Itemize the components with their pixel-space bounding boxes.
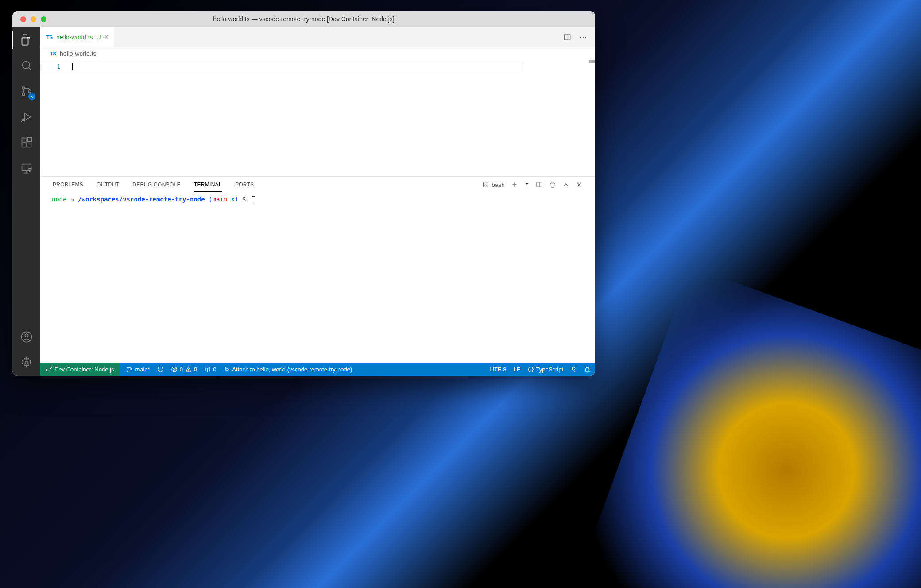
svg-rect-15 xyxy=(564,35,570,40)
svg-rect-8 xyxy=(27,143,31,147)
status-feedback-icon[interactable] xyxy=(570,366,577,373)
status-bar: Dev Container: Node.js main* 0 0 xyxy=(40,363,595,376)
status-encoding[interactable]: UTF-8 xyxy=(490,366,507,373)
svg-point-2 xyxy=(22,87,25,89)
error-icon xyxy=(171,366,178,373)
svg-rect-9 xyxy=(27,137,31,141)
tab-git-status: U xyxy=(97,34,101,41)
shell-icon xyxy=(482,181,489,188)
editor-group: TS hello-world.ts U × xyxy=(40,27,595,376)
more-actions-icon[interactable] xyxy=(579,33,587,41)
svg-point-14 xyxy=(25,361,28,364)
search-icon[interactable] xyxy=(20,59,33,72)
status-problems[interactable]: 0 0 xyxy=(171,366,197,373)
window-controls xyxy=(20,16,46,22)
terminal-content[interactable]: node → /workspaces/vscode-remote-try-nod… xyxy=(40,193,595,363)
svg-point-34 xyxy=(188,371,189,371)
svg-point-18 xyxy=(583,37,584,38)
prompt-symbol: $ xyxy=(242,196,246,203)
svg-point-4 xyxy=(28,90,31,93)
source-control-icon[interactable]: 5 xyxy=(20,85,33,97)
scm-badge: 5 xyxy=(28,93,35,100)
svg-point-36 xyxy=(572,367,575,370)
svg-rect-10 xyxy=(22,164,31,171)
panel-tabs: PROBLEMS OUTPUT DEBUG CONSOLE TERMINAL P… xyxy=(40,177,595,193)
new-terminal-icon[interactable] xyxy=(511,181,518,188)
svg-point-3 xyxy=(22,93,25,96)
prompt-arrow: → xyxy=(70,196,74,203)
status-sync[interactable] xyxy=(157,366,164,373)
svg-point-5 xyxy=(22,119,24,121)
window-minimize-button[interactable] xyxy=(31,16,36,22)
warning-icon xyxy=(185,366,192,373)
bottom-panel: PROBLEMS OUTPUT DEBUG CONSOLE TERMINAL P… xyxy=(40,176,595,363)
prompt-user: node xyxy=(52,196,67,203)
tab-problems[interactable]: PROBLEMS xyxy=(53,178,83,191)
svg-rect-7 xyxy=(22,143,26,147)
terminal-shell-label[interactable]: bash xyxy=(482,181,505,188)
prompt-path: /workspaces/vscode-remote-try-node xyxy=(78,196,205,203)
text-cursor xyxy=(72,63,73,70)
settings-gear-icon[interactable] xyxy=(20,356,33,369)
file-type-icon: TS xyxy=(50,51,56,56)
prompt-branch: main xyxy=(212,196,227,203)
svg-point-27 xyxy=(128,367,129,368)
vscode-window: hello-world.ts — vscode-remote-try-node … xyxy=(12,11,595,376)
prompt-dirty: ✗ xyxy=(231,196,235,203)
window-titlebar: hello-world.ts — vscode-remote-try-node … xyxy=(12,11,595,27)
svg-point-35 xyxy=(207,368,208,369)
tab-debug-console[interactable]: DEBUG CONSOLE xyxy=(132,178,181,191)
window-title: hello-world.ts — vscode-remote-try-node … xyxy=(12,15,595,23)
tab-bar: TS hello-world.ts U × xyxy=(40,27,595,47)
svg-rect-6 xyxy=(22,138,26,142)
run-debug-icon[interactable] xyxy=(20,111,33,123)
tab-output[interactable]: OUTPUT xyxy=(97,178,119,191)
status-remote[interactable]: Dev Container: Node.js xyxy=(40,363,119,376)
status-eol[interactable]: LF xyxy=(513,366,520,373)
braces-icon xyxy=(527,366,534,373)
code-area[interactable] xyxy=(70,60,595,176)
breadcrumb-filename: hello-world.ts xyxy=(60,50,96,57)
desktop-background: hello-world.ts — vscode-remote-try-node … xyxy=(0,0,921,588)
svg-point-13 xyxy=(25,334,28,337)
window-zoom-button[interactable] xyxy=(41,16,46,22)
file-type-icon: TS xyxy=(46,35,53,40)
window-close-button[interactable] xyxy=(20,16,26,22)
line-gutter: 1 xyxy=(40,60,70,176)
svg-point-17 xyxy=(580,37,581,38)
kill-terminal-icon[interactable] xyxy=(549,181,556,188)
split-editor-icon[interactable] xyxy=(563,33,571,41)
overview-ruler[interactable] xyxy=(589,60,595,176)
tab-close-icon[interactable]: × xyxy=(104,33,108,41)
branch-icon xyxy=(126,366,133,373)
status-bell-icon[interactable] xyxy=(584,366,591,373)
close-panel-icon[interactable] xyxy=(576,181,583,188)
tab-terminal[interactable]: TERMINAL xyxy=(194,178,222,192)
maximize-panel-icon[interactable] xyxy=(562,181,569,188)
remote-explorer-icon[interactable] xyxy=(20,162,33,174)
svg-point-19 xyxy=(585,37,586,38)
split-terminal-icon[interactable] xyxy=(536,181,543,188)
accounts-icon[interactable] xyxy=(20,331,33,343)
svg-point-0 xyxy=(22,62,29,69)
terminal-cursor xyxy=(252,196,255,203)
explorer-icon[interactable] xyxy=(20,34,33,46)
svg-line-1 xyxy=(28,68,31,70)
prompt-paren-close: ) xyxy=(235,196,238,203)
antenna-icon xyxy=(204,366,211,373)
remote-icon xyxy=(46,366,52,373)
debug-icon xyxy=(223,366,230,373)
text-editor[interactable]: 1 xyxy=(40,60,595,176)
status-branch[interactable]: main* xyxy=(126,366,150,373)
terminal-dropdown-icon[interactable] xyxy=(524,181,530,188)
svg-point-28 xyxy=(128,371,129,372)
status-ports[interactable]: 0 xyxy=(204,366,216,373)
extensions-icon[interactable] xyxy=(20,136,33,149)
status-language[interactable]: TypeScript xyxy=(527,366,563,373)
tab-filename: hello-world.ts xyxy=(56,34,93,41)
activity-bar: 5 xyxy=(12,27,40,376)
editor-tab-hello-world[interactable]: TS hello-world.ts U × xyxy=(40,27,115,47)
tab-ports[interactable]: PORTS xyxy=(235,178,254,191)
status-debug-attach[interactable]: Attach to hello, world (vscode-remote-tr… xyxy=(223,366,352,373)
breadcrumb[interactable]: TS hello-world.ts xyxy=(40,47,595,60)
